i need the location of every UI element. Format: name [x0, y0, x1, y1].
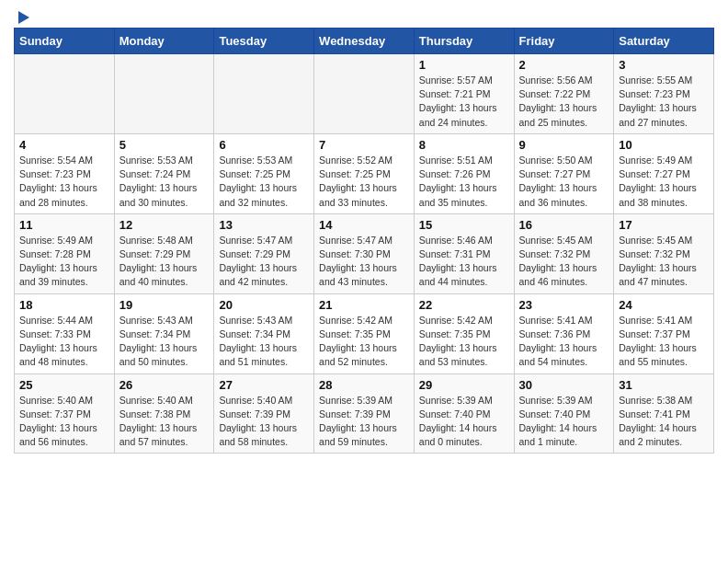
day-number: 23 — [519, 298, 609, 312]
calendar-cell: 19Sunrise: 5:43 AM Sunset: 7:34 PM Dayli… — [114, 293, 214, 373]
calendar-cell: 10Sunrise: 5:49 AM Sunset: 7:27 PM Dayli… — [614, 133, 714, 213]
calendar-cell — [15, 54, 115, 134]
calendar-cell: 4Sunrise: 5:54 AM Sunset: 7:23 PM Daylig… — [15, 133, 115, 213]
day-detail: Sunrise: 5:50 AM Sunset: 7:27 PM Dayligh… — [519, 154, 609, 210]
calendar-week-2: 4Sunrise: 5:54 AM Sunset: 7:23 PM Daylig… — [15, 133, 714, 213]
calendar-cell: 24Sunrise: 5:41 AM Sunset: 7:37 PM Dayli… — [614, 293, 714, 373]
day-number: 5 — [119, 138, 210, 152]
day-number: 25 — [19, 378, 109, 392]
day-number: 3 — [619, 58, 709, 72]
day-detail: Sunrise: 5:39 AM Sunset: 7:40 PM Dayligh… — [419, 394, 509, 450]
day-number: 7 — [319, 138, 409, 152]
calendar-cell: 22Sunrise: 5:42 AM Sunset: 7:35 PM Dayli… — [414, 293, 514, 373]
day-number: 9 — [519, 138, 609, 152]
day-detail: Sunrise: 5:43 AM Sunset: 7:34 PM Dayligh… — [119, 314, 210, 370]
day-number: 22 — [419, 298, 509, 312]
calendar-cell: 3Sunrise: 5:55 AM Sunset: 7:23 PM Daylig… — [614, 54, 714, 134]
day-number: 30 — [519, 378, 609, 392]
day-detail: Sunrise: 5:47 AM Sunset: 7:29 PM Dayligh… — [219, 234, 309, 290]
day-detail: Sunrise: 5:57 AM Sunset: 7:21 PM Dayligh… — [419, 74, 509, 130]
day-detail: Sunrise: 5:53 AM Sunset: 7:24 PM Dayligh… — [119, 154, 210, 210]
day-number: 20 — [219, 298, 309, 312]
day-detail: Sunrise: 5:40 AM Sunset: 7:38 PM Dayligh… — [119, 394, 210, 450]
header-sunday: Sunday — [15, 29, 115, 54]
day-number: 14 — [319, 218, 409, 232]
calendar-cell: 20Sunrise: 5:43 AM Sunset: 7:34 PM Dayli… — [214, 293, 314, 373]
day-number: 16 — [519, 218, 609, 232]
day-number: 28 — [319, 378, 409, 392]
day-detail: Sunrise: 5:39 AM Sunset: 7:39 PM Dayligh… — [319, 394, 409, 450]
header-wednesday: Wednesday — [314, 29, 415, 54]
day-number: 4 — [19, 138, 109, 152]
day-number: 6 — [219, 138, 309, 152]
day-detail: Sunrise: 5:43 AM Sunset: 7:34 PM Dayligh… — [219, 314, 309, 370]
calendar-cell: 26Sunrise: 5:40 AM Sunset: 7:38 PM Dayli… — [114, 373, 214, 454]
day-number: 31 — [619, 378, 709, 392]
calendar-cell: 7Sunrise: 5:52 AM Sunset: 7:25 PM Daylig… — [314, 133, 415, 213]
day-number: 8 — [419, 138, 509, 152]
day-detail: Sunrise: 5:46 AM Sunset: 7:31 PM Dayligh… — [419, 234, 509, 290]
day-detail: Sunrise: 5:41 AM Sunset: 7:36 PM Dayligh… — [519, 314, 609, 370]
page-header — [14, 9, 714, 22]
calendar-cell: 21Sunrise: 5:42 AM Sunset: 7:35 PM Dayli… — [314, 293, 415, 373]
day-number: 15 — [419, 218, 509, 232]
calendar-cell: 8Sunrise: 5:51 AM Sunset: 7:26 PM Daylig… — [414, 133, 514, 213]
calendar-cell: 1Sunrise: 5:57 AM Sunset: 7:21 PM Daylig… — [414, 54, 514, 134]
day-number: 26 — [119, 378, 210, 392]
calendar-header-row: SundayMondayTuesdayWednesdayThursdayFrid… — [15, 29, 714, 54]
logo — [14, 9, 32, 22]
day-number: 19 — [119, 298, 210, 312]
calendar-cell — [314, 54, 415, 134]
calendar-cell: 14Sunrise: 5:47 AM Sunset: 7:30 PM Dayli… — [314, 213, 415, 293]
calendar-cell — [114, 54, 214, 134]
calendar-week-1: 1Sunrise: 5:57 AM Sunset: 7:21 PM Daylig… — [15, 54, 714, 134]
day-detail: Sunrise: 5:42 AM Sunset: 7:35 PM Dayligh… — [419, 314, 509, 370]
calendar-cell: 6Sunrise: 5:53 AM Sunset: 7:25 PM Daylig… — [214, 133, 314, 213]
day-detail: Sunrise: 5:56 AM Sunset: 7:22 PM Dayligh… — [519, 74, 609, 130]
calendar-cell: 15Sunrise: 5:46 AM Sunset: 7:31 PM Dayli… — [414, 213, 514, 293]
day-detail: Sunrise: 5:48 AM Sunset: 7:29 PM Dayligh… — [119, 234, 210, 290]
day-number: 13 — [219, 218, 309, 232]
day-detail: Sunrise: 5:47 AM Sunset: 7:30 PM Dayligh… — [319, 234, 409, 290]
calendar-cell: 11Sunrise: 5:49 AM Sunset: 7:28 PM Dayli… — [15, 213, 115, 293]
calendar-table: SundayMondayTuesdayWednesdayThursdayFrid… — [14, 28, 714, 454]
day-number: 2 — [519, 58, 609, 72]
day-detail: Sunrise: 5:45 AM Sunset: 7:32 PM Dayligh… — [519, 234, 609, 290]
calendar-cell: 23Sunrise: 5:41 AM Sunset: 7:36 PM Dayli… — [514, 293, 614, 373]
day-number: 1 — [419, 58, 509, 72]
calendar-cell: 2Sunrise: 5:56 AM Sunset: 7:22 PM Daylig… — [514, 54, 614, 134]
day-detail: Sunrise: 5:39 AM Sunset: 7:40 PM Dayligh… — [519, 394, 609, 450]
day-number: 24 — [619, 298, 709, 312]
calendar-cell: 5Sunrise: 5:53 AM Sunset: 7:24 PM Daylig… — [114, 133, 214, 213]
calendar-cell: 25Sunrise: 5:40 AM Sunset: 7:37 PM Dayli… — [15, 373, 115, 454]
calendar-week-5: 25Sunrise: 5:40 AM Sunset: 7:37 PM Dayli… — [15, 373, 714, 454]
day-detail: Sunrise: 5:45 AM Sunset: 7:32 PM Dayligh… — [619, 234, 709, 290]
day-detail: Sunrise: 5:52 AM Sunset: 7:25 PM Dayligh… — [319, 154, 409, 210]
day-number: 17 — [619, 218, 709, 232]
calendar-cell: 28Sunrise: 5:39 AM Sunset: 7:39 PM Dayli… — [314, 373, 415, 454]
calendar-cell: 13Sunrise: 5:47 AM Sunset: 7:29 PM Dayli… — [214, 213, 314, 293]
header-monday: Monday — [114, 29, 214, 54]
day-detail: Sunrise: 5:53 AM Sunset: 7:25 PM Dayligh… — [219, 154, 309, 210]
calendar-cell: 9Sunrise: 5:50 AM Sunset: 7:27 PM Daylig… — [514, 133, 614, 213]
day-detail: Sunrise: 5:40 AM Sunset: 7:37 PM Dayligh… — [19, 394, 109, 450]
day-detail: Sunrise: 5:41 AM Sunset: 7:37 PM Dayligh… — [619, 314, 709, 370]
calendar-cell — [214, 54, 314, 134]
day-detail: Sunrise: 5:51 AM Sunset: 7:26 PM Dayligh… — [419, 154, 509, 210]
day-detail: Sunrise: 5:49 AM Sunset: 7:27 PM Dayligh… — [619, 154, 709, 210]
day-detail: Sunrise: 5:40 AM Sunset: 7:39 PM Dayligh… — [219, 394, 309, 450]
header-friday: Friday — [514, 29, 614, 54]
day-number: 29 — [419, 378, 509, 392]
calendar-cell: 12Sunrise: 5:48 AM Sunset: 7:29 PM Dayli… — [114, 213, 214, 293]
day-number: 21 — [319, 298, 409, 312]
day-number: 10 — [619, 138, 709, 152]
logo-arrow-icon — [15, 9, 31, 26]
svg-marker-0 — [18, 11, 29, 24]
calendar-cell: 18Sunrise: 5:44 AM Sunset: 7:33 PM Dayli… — [15, 293, 115, 373]
day-detail: Sunrise: 5:49 AM Sunset: 7:28 PM Dayligh… — [19, 234, 109, 290]
calendar-cell: 27Sunrise: 5:40 AM Sunset: 7:39 PM Dayli… — [214, 373, 314, 454]
calendar-cell: 16Sunrise: 5:45 AM Sunset: 7:32 PM Dayli… — [514, 213, 614, 293]
header-tuesday: Tuesday — [214, 29, 314, 54]
calendar-week-4: 18Sunrise: 5:44 AM Sunset: 7:33 PM Dayli… — [15, 293, 714, 373]
day-number: 12 — [119, 218, 210, 232]
